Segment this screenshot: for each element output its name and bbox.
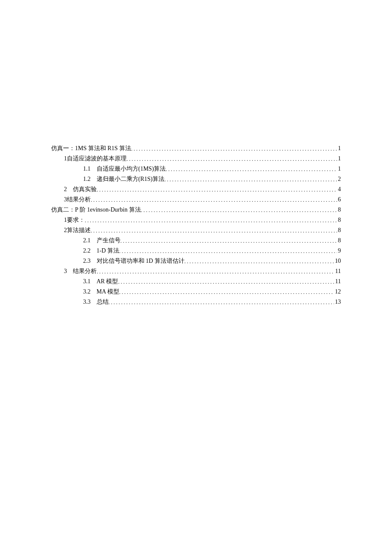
toc-entry-number: 3.1 — [83, 276, 91, 286]
toc-leader-dots — [121, 236, 337, 246]
toc-entry-title: 仿真实验 — [73, 184, 97, 194]
toc-entry-title: MA 模型 — [97, 287, 119, 296]
toc-leader-dots — [97, 267, 334, 277]
toc-entry-title: 要求： — [67, 215, 85, 225]
toc-entry: 3结果分析11 — [51, 266, 341, 276]
toc-entry-number: 1.1 — [83, 164, 91, 174]
toc-entry-title: 对比信号谱功率和 1D 算法谱估计 — [97, 256, 184, 266]
toc-entry: 仿真二：P 阶 1evinson-Durbin 算法8 — [51, 205, 341, 215]
table-of-contents: 仿真一：1MS 算法和 R1S 算法11自适应滤波的基本原理11.1自适应最小均… — [51, 143, 341, 307]
toc-entry: 1自适应滤波的基本原理1 — [51, 154, 341, 164]
toc-leader-dots — [166, 165, 337, 174]
toc-entry-number: 2.2 — [83, 246, 91, 256]
toc-entry-title: 1-D 算法 — [97, 246, 119, 256]
toc-entry-title: 仿真二：P 阶 1evinson-Durbin 算法 — [51, 205, 141, 215]
toc-entry-number: 3 — [64, 195, 67, 204]
toc-entry-title: 自适应滤波的基本原理 — [67, 154, 127, 163]
toc-entry-title: 仿真一：1MS 算法和 R1S 算法 — [51, 143, 131, 153]
toc-leader-dots — [164, 175, 337, 185]
toc-entry-number: 1 — [64, 215, 67, 225]
toc-entry-title: 自适应最小均方(1MS)算法 — [97, 164, 166, 174]
toc-entry-number: 2.1 — [83, 235, 91, 245]
toc-entry-title: 总结 — [97, 297, 109, 307]
toc-entry-page: 13 — [334, 297, 341, 307]
toc-entry-page: 1 — [337, 143, 341, 153]
toc-entry-page: 8 — [337, 225, 341, 235]
toc-entry-page: 12 — [334, 287, 341, 296]
toc-leader-dots — [97, 185, 337, 195]
toc-entry: 1.1自适应最小均方(1MS)算法1 — [51, 164, 341, 174]
toc-leader-dots — [91, 195, 337, 205]
toc-entry-page: 10 — [334, 256, 341, 266]
toc-leader-dots — [131, 144, 337, 154]
toc-entry-page: 11 — [334, 276, 341, 286]
toc-entry: 1要求：8 — [51, 215, 341, 225]
toc-entry-number: 3 — [64, 266, 67, 276]
toc-leader-dots — [109, 298, 334, 308]
toc-entry-number: 3.2 — [83, 287, 91, 296]
toc-entry: 3.3总结13 — [51, 297, 341, 307]
toc-entry-page: 2 — [337, 174, 341, 184]
toc-leader-dots — [127, 154, 337, 164]
toc-entry-page: 1 — [337, 154, 341, 163]
toc-leader-dots — [141, 206, 337, 215]
toc-leader-dots — [119, 247, 337, 256]
toc-entry-title: 产生信号 — [97, 235, 121, 245]
toc-entry-number: 2 — [64, 184, 67, 194]
toc-entry: 3结果分析6 — [51, 195, 341, 205]
toc-entry-number: 1.2 — [83, 174, 91, 184]
toc-entry: 3.2MA 模型12 — [51, 287, 341, 297]
toc-entry-number: 3.3 — [83, 297, 91, 307]
toc-leader-dots — [91, 226, 337, 236]
toc-entry-page: 9 — [337, 246, 341, 256]
toc-entry-page: 8 — [337, 205, 341, 215]
toc-entry-page: 11 — [334, 266, 341, 276]
toc-entry-page: 8 — [337, 235, 341, 245]
toc-leader-dots — [85, 216, 337, 226]
toc-entry-title: 结果分析 — [73, 266, 97, 276]
toc-entry-title: 递归最小二乘方(R1S)算法 — [97, 174, 164, 184]
toc-entry: 2.3对比信号谱功率和 1D 算法谱估计10 — [51, 256, 341, 266]
toc-entry: 2.21-D 算法9 — [51, 246, 341, 256]
toc-entry: 2.1产生信号8 — [51, 235, 341, 246]
toc-entry-number: 2.3 — [83, 256, 91, 266]
toc-entry: 2算法描述8 — [51, 225, 341, 235]
toc-entry-title: 结果分析 — [67, 195, 91, 204]
toc-entry-title: 算法描述 — [67, 225, 91, 235]
toc-entry-page: 4 — [337, 184, 341, 194]
toc-entry-number: 1 — [64, 154, 67, 163]
toc-entry: 仿真一：1MS 算法和 R1S 算法1 — [51, 143, 341, 154]
toc-leader-dots — [119, 288, 334, 297]
toc-entry-number: 2 — [64, 225, 67, 235]
toc-entry-page: 1 — [337, 164, 341, 174]
toc-entry-page: 6 — [337, 195, 341, 204]
toc-leader-dots — [118, 277, 334, 287]
toc-entry: 2仿真实验4 — [51, 184, 341, 195]
toc-leader-dots — [184, 257, 334, 267]
toc-entry: 3.1AR 模型11 — [51, 276, 341, 287]
toc-entry: 1.2递归最小二乘方(R1S)算法2 — [51, 174, 341, 184]
toc-entry-page: 8 — [337, 215, 341, 225]
toc-entry-title: AR 模型 — [97, 276, 118, 286]
